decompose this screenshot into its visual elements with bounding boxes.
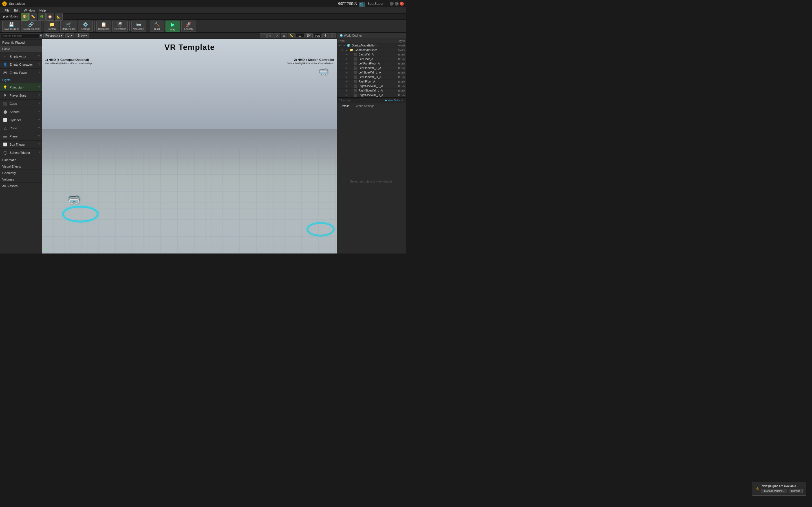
table-row[interactable]: 👁 ⬛ LeftSideWall_R_A Brush [337, 75, 406, 79]
menu-help[interactable]: Help [37, 8, 48, 13]
empty-actor-label: Empty Actor [10, 55, 38, 58]
expand-icon: ▶ [346, 49, 350, 52]
vp-coords: ↑ → ↗ [45, 241, 48, 251]
list-item-cube[interactable]: ⬛ Cube ? [0, 100, 42, 108]
list-item-box-trigger[interactable]: ⬜ Box Trigger ? [0, 140, 42, 149]
vp-rotate-mode[interactable]: ↺ [267, 33, 273, 38]
vp-snap-value-btn[interactable]: 4 [322, 33, 328, 38]
table-row[interactable]: 👁 ⬛ LeftFrontFloor_A Brush [337, 61, 406, 66]
outliner-item-type: Brush [388, 62, 405, 65]
toolbar-sep-2 [94, 21, 95, 31]
menu-edit[interactable]: Edit [12, 8, 22, 13]
bilibili-icon: 📺 [359, 1, 365, 7]
menu-file[interactable]: File [2, 8, 12, 13]
world-outliner-panel: 🌍 World Outliner Label Type 👁 ▼ 🌍 Startu… [337, 33, 406, 103]
vp-scale-input[interactable] [313, 34, 322, 38]
table-row[interactable]: 👁 ▼ 🌍 StartupMap (Editor) World [337, 43, 406, 48]
brush-icon: ⬛ [354, 62, 357, 65]
menu-window[interactable]: Window [22, 8, 37, 13]
vp-camera-speed[interactable]: 🎥 [328, 33, 336, 38]
tab-details[interactable]: Details [337, 103, 353, 109]
toolbar-save-current[interactable]: 💾 Save Current [2, 20, 20, 32]
category-cinematic[interactable]: Cinematic [0, 157, 42, 163]
table-row[interactable]: 👁 ▶ 📁 GeometryBrushes Folder [337, 48, 406, 52]
maximize-btn[interactable]: □ [395, 2, 399, 6]
category-visual-effects[interactable]: Visual Effects [0, 163, 42, 170]
mode-icon-geometry[interactable]: 🏠 [46, 13, 54, 20]
table-row[interactable]: 👁 ⬛ LeftFloor_A Brush [337, 57, 406, 61]
table-row[interactable]: 👁 ⬛ BackWall_A Brush [337, 52, 406, 57]
mode-icon-paint[interactable]: 🎨 [21, 13, 29, 20]
mode-icon-foliage[interactable]: 🌿 [38, 13, 46, 20]
list-item-plane[interactable]: ▬ Plane ? [0, 132, 42, 140]
viewport-toolbar: Perspective ▾ Lit ▾ Show ▾ ↔ ↺ ⤢ ⊞ 📏 10°… [42, 33, 337, 39]
list-item-point-light[interactable]: 💡 Point Light ? [0, 83, 42, 92]
toolbar-blueprints[interactable]: 📋 Blueprints [96, 20, 111, 32]
toolbar-launch[interactable]: 🚀 Launch [181, 20, 196, 32]
app-logo: U [2, 1, 7, 6]
table-row[interactable]: 👁 ⬛ RightSideWall_F_A Brush [337, 84, 406, 89]
title-bar: U StartupMap GD字习笔记 📺 BeatSaber — □ ✕ [0, 0, 406, 7]
vp-snap-toggle[interactable]: 📏 [288, 33, 295, 38]
toolbar-vr-mode[interactable]: 🥽 VR Mode [132, 20, 146, 32]
vp-transform-mode[interactable]: ↔ [260, 33, 267, 38]
close-btn[interactable]: ✕ [400, 2, 404, 6]
vp-scale-mode[interactable]: ⤢ [274, 33, 280, 38]
category-volumes[interactable]: Volumes [0, 176, 42, 183]
floor-shadow [42, 168, 337, 253]
vp-angle-btn[interactable]: 10° [305, 33, 313, 38]
modes-button[interactable]: ▶ ▶ Modes [2, 14, 20, 18]
mode-icon-mesh[interactable]: 📐 [55, 13, 63, 20]
toolbar-build[interactable]: 🔨 Build [150, 20, 164, 32]
empty-actor-icon: ○ [2, 54, 8, 59]
toolbar-settings[interactable]: ⚙️ Settings [78, 20, 93, 32]
list-item-sphere[interactable]: ⬤ Sphere ? [0, 108, 42, 116]
toolbar-cinematics[interactable]: 🎬 Cinematics [112, 20, 128, 32]
search-submit-btn[interactable]: 🔍 [40, 34, 42, 38]
toolbar-content[interactable]: 📁 Content [45, 20, 59, 32]
table-row[interactable]: 👁 ⬛ RightFloor_A Brush [337, 79, 406, 84]
list-item-cone[interactable]: △ Cone ? [0, 124, 42, 132]
vp-coord-toggle[interactable]: ⊞ [281, 33, 287, 38]
vp-show-dropdown[interactable]: Show ▾ [75, 33, 89, 38]
view-options-btn[interactable]: ▶ View Options [384, 98, 404, 102]
toolbar-marketplace[interactable]: 🛒 Marketplace [60, 20, 77, 32]
expand-icon: ▼ [343, 44, 347, 47]
vp-mode-dropdown[interactable]: Perspective ▾ [43, 33, 64, 38]
category-geometry[interactable]: Geometry [0, 170, 42, 176]
category-recently-placed[interactable]: Recently Placed [0, 40, 42, 46]
table-row[interactable]: 👁 ⬛ RightSideWall_L_A Brush [337, 89, 406, 93]
list-item-cylinder[interactable]: ⬜ Cylinder ? [0, 116, 42, 124]
list-item-sphere-trigger[interactable]: ◯ Sphere Trigger ? [0, 149, 42, 157]
tab-world-settings[interactable]: World Settings [353, 103, 378, 109]
table-row[interactable]: 👁 ⬛ RightSideWall_R_A Brush [337, 93, 406, 98]
vr-scene: VR Template 1) HMD (+ Gamepad Optional) … [42, 39, 337, 253]
actors-footer: 33 actors ▶ View Options [337, 98, 406, 103]
list-item-empty-actor[interactable]: ○ Empty Actor ? [0, 52, 42, 61]
table-row[interactable]: 👁 ⬛ LeftSideWall_L_A Brush [337, 70, 406, 75]
viewport[interactable]: VR Template 1) HMD (+ Gamepad Optional) … [42, 39, 337, 253]
toolbar-play[interactable]: ▶ Play [165, 20, 180, 32]
list-item-empty-character[interactable]: 👤 Empty Character ? [0, 61, 42, 69]
search-classes-input[interactable] [1, 34, 40, 38]
eye-icon: 👁 [345, 80, 349, 83]
table-row[interactable]: 👁 ⬛ LeftSideWall_F_A Brush [337, 66, 406, 70]
vp-grid-input[interactable] [296, 34, 304, 38]
details-content: Select an object to view details. [337, 109, 406, 253]
list-item-empty-pawn[interactable]: 🎮 Empty Pawn ? [0, 69, 42, 77]
minimize-btn[interactable]: — [390, 2, 394, 6]
eye-icon: 👁 [341, 49, 345, 52]
empty-character-help: ? [38, 63, 40, 66]
category-all-classes[interactable]: All Classes [0, 183, 42, 189]
world-outliner-label: World Outliner [344, 34, 362, 37]
toolbar-source-control[interactable]: 🔗 Source Control [21, 20, 41, 32]
category-basic[interactable]: Basic [0, 46, 42, 52]
vp-lit-dropdown[interactable]: Lit ▾ [65, 33, 74, 38]
player-start-label: Player Start [10, 94, 38, 97]
category-lights[interactable]: Lights [0, 77, 42, 83]
brush-icon: ⬛ [354, 57, 357, 61]
mode-icon-edit[interactable]: ✏️ [29, 13, 37, 20]
main-toolbar: 💾 Save Current 🔗 Source Control 📁 Conten… [0, 20, 406, 33]
eye-icon: 👁 [345, 89, 349, 92]
list-item-player-start[interactable]: ⚑ Player Start ? [0, 92, 42, 100]
